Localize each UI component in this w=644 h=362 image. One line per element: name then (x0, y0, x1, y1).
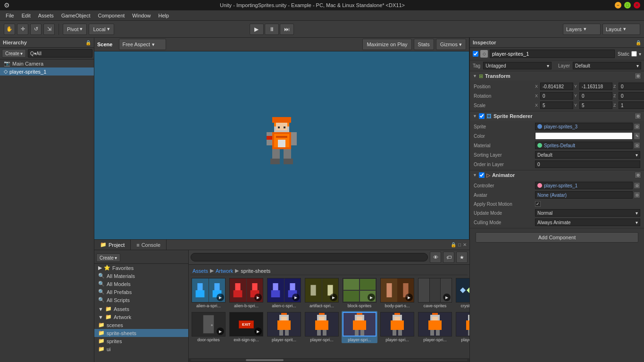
menu-edit[interactable]: Edit (18, 12, 34, 19)
project-create-button[interactable]: Create ▾ (96, 253, 120, 262)
layer-dropdown[interactable]: Default ▾ (573, 62, 641, 69)
inspector-lock-icon[interactable]: 🔒 (636, 40, 641, 45)
pause-button[interactable]: ⏸ (265, 24, 279, 35)
bottom-panel-lock[interactable]: 🔒 (451, 242, 456, 247)
layers-dropdown[interactable]: Layers ▾ (563, 24, 601, 35)
breadcrumb-sprite-sheets[interactable]: sprite-sheets (241, 268, 270, 274)
rot-x-input[interactable] (540, 92, 573, 100)
pos-y-input[interactable] (579, 83, 612, 90)
project-search-input[interactable] (191, 253, 428, 261)
pos-z-input[interactable] (619, 83, 644, 90)
sprite-renderer-header[interactable]: ▼ 🖼 Sprite Renderer ⚙ (470, 111, 644, 121)
sorting-layer-dropdown[interactable]: Default ▾ (535, 151, 640, 159)
asset-player-5[interactable]: player-spri... (455, 311, 469, 343)
breadcrumb-assets[interactable]: Assets (192, 268, 208, 274)
hand-tool-button[interactable]: ✋ (4, 24, 15, 35)
all-scripts-item[interactable]: 🔍 All Scripts (94, 296, 188, 304)
scale-x-input[interactable] (540, 101, 573, 109)
asset-player-1[interactable]: player-spri... (304, 311, 340, 343)
tag-dropdown[interactable]: Untagged ▾ (483, 62, 552, 69)
scale-y-input[interactable] (579, 101, 612, 109)
sprites-folder[interactable]: 📁 sprites (94, 337, 188, 345)
animator-header[interactable]: ▼ ▷ Animator ⚙ (470, 170, 644, 180)
scale-z-input[interactable] (619, 101, 644, 109)
hierarchy-lock-icon[interactable]: 🔒 (85, 40, 91, 45)
asset-player-4[interactable]: player-spri... (417, 311, 453, 343)
scene-aspect-dropdown[interactable]: Free Aspect ▾ (119, 39, 166, 50)
door-play-icon[interactable]: ▶ (217, 328, 224, 335)
scale-tool-button[interactable]: ⇲ (43, 24, 55, 35)
project-label-button[interactable]: 🏷 (443, 252, 454, 263)
avatar-pick-button[interactable]: ⊙ (634, 192, 640, 198)
exit-play-icon[interactable]: ▶ (254, 328, 262, 335)
asset-browser-scrollbar[interactable] (189, 358, 469, 362)
hierarchy-item-camera[interactable]: 📷 Main Camera (0, 59, 94, 67)
material-object-field[interactable]: Sprites-Default (535, 142, 633, 149)
rot-z-input[interactable] (619, 92, 644, 100)
menu-component[interactable]: Component (94, 12, 128, 19)
asset-player-0[interactable]: player-sprit... (266, 311, 302, 343)
avatar-object-field[interactable]: None (Avatar) (535, 191, 633, 199)
sprite-object-field[interactable]: player-sprites_3 (535, 123, 633, 130)
scene-tab[interactable]: Scene (97, 42, 112, 47)
assets-root-folder[interactable]: ▼ 📁 Assets (94, 305, 188, 313)
menu-file[interactable]: File (2, 12, 18, 19)
rotate-tool-button[interactable]: ↺ (30, 24, 42, 35)
stats-button[interactable]: Stats (414, 39, 434, 50)
static-dropdown-icon[interactable]: ▾ (639, 51, 641, 57)
ui-folder[interactable]: 📁 ui (94, 345, 188, 353)
add-component-button[interactable]: Add Component (476, 232, 638, 243)
menu-assets[interactable]: Assets (34, 12, 58, 19)
project-star-button[interactable]: ★ (456, 252, 468, 263)
body-play-icon[interactable]: ▶ (405, 294, 413, 301)
close-button[interactable]: ✕ (634, 2, 640, 8)
controller-object-field[interactable]: player-sprites_1 (535, 182, 633, 189)
asset-alien-c[interactable]: ▶ alien-c-spri... (266, 277, 302, 309)
asset-alien-a[interactable]: ▶ alien-a-spri... (191, 277, 226, 309)
maximize-button[interactable]: □ (624, 2, 631, 8)
asset-player-3[interactable]: player-spri... (379, 311, 415, 343)
menu-help[interactable]: Help (154, 12, 173, 19)
hierarchy-item-player[interactable]: ◇ player-sprites_1 (0, 67, 94, 76)
play-button[interactable]: ▶ (250, 24, 264, 35)
asset-player-2[interactable]: player-spri... (342, 311, 377, 343)
favorites-folder[interactable]: ▶ ⭐ Favorites (94, 264, 188, 272)
pivot-button[interactable]: Pivot ▾ (63, 24, 87, 35)
alien-a-play-icon[interactable]: ▶ (217, 294, 224, 301)
static-checkbox[interactable] (631, 51, 637, 57)
controller-pick-button[interactable]: ⊙ (634, 182, 640, 189)
gizmos-button[interactable]: Gizmos ▾ (436, 39, 466, 50)
object-name-field[interactable] (490, 50, 615, 58)
alien-b-play-icon[interactable]: ▶ (254, 294, 262, 301)
animator-enabled-checkbox[interactable] (479, 172, 485, 178)
order-input[interactable] (535, 160, 640, 168)
object-active-checkbox[interactable] (473, 51, 478, 57)
hierarchy-create-button[interactable]: Create ▾ (2, 49, 26, 58)
menu-gameobject[interactable]: GameObject (58, 12, 94, 19)
all-prefabs-item[interactable]: 🔍 All Prefabs (94, 288, 188, 296)
culling-dropdown[interactable]: Always Animate ▾ (535, 219, 640, 226)
bottom-panel-close[interactable]: ✕ (463, 242, 467, 247)
pos-x-input[interactable] (540, 83, 573, 90)
local-button[interactable]: Local ▾ (89, 24, 114, 35)
console-tab[interactable]: ≡ Console (131, 240, 167, 250)
menu-window[interactable]: Window (128, 12, 154, 19)
material-pick-button[interactable]: ⊙ (634, 142, 640, 149)
rot-y-input[interactable] (579, 92, 612, 100)
color-edit-button[interactable]: ✎ (634, 132, 640, 140)
color-swatch[interactable] (535, 132, 633, 140)
maximize-on-play-button[interactable]: Maximize on Play (362, 39, 411, 50)
apply-root-checkbox[interactable]: ✓ (535, 201, 541, 207)
asset-body-part[interactable]: ▶ body-part-s... (379, 277, 415, 309)
breadcrumb-artwork[interactable]: Artwork (216, 268, 233, 274)
asset-alien-b[interactable]: ▶ alien-b-spri... (228, 277, 264, 309)
scene-viewport[interactable] (94, 51, 469, 239)
sprite-renderer-enabled-checkbox[interactable] (479, 113, 485, 119)
asset-door[interactable]: ▶ door-sprites (191, 311, 226, 343)
animator-settings-icon[interactable]: ⚙ (635, 172, 641, 178)
transform-header[interactable]: ▼ ⊞ Transform ⚙ (470, 71, 644, 81)
alien-c-play-icon[interactable]: ▶ (292, 294, 300, 301)
project-tab[interactable]: 📁 Project (94, 240, 131, 250)
transform-settings-icon[interactable]: ⚙ (635, 73, 641, 79)
asset-block[interactable]: ▶ block-sprites (342, 277, 377, 309)
